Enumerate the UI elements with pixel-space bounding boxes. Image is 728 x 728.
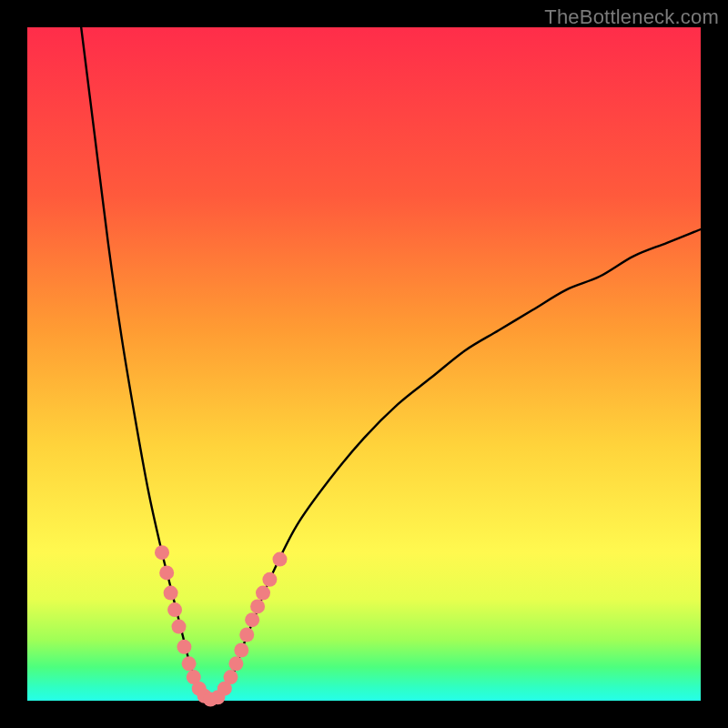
chart-svg — [27, 27, 701, 701]
data-marker — [256, 586, 270, 601]
data-marker — [159, 565, 174, 580]
data-marker — [164, 586, 178, 601]
data-marker — [273, 552, 288, 567]
outer-frame: TheBottleneck.com — [0, 0, 728, 728]
data-marker — [177, 640, 191, 654]
data-marker — [234, 643, 248, 658]
data-marker — [167, 602, 182, 617]
marker-group — [155, 545, 288, 706]
data-marker — [182, 656, 197, 671]
data-marker — [250, 599, 265, 613]
watermark-text: TheBottleneck.com — [544, 5, 719, 29]
data-marker — [245, 612, 259, 627]
plot-area — [27, 27, 701, 701]
data-marker — [228, 656, 243, 671]
data-marker — [172, 620, 187, 634]
data-marker — [239, 627, 254, 642]
data-marker — [223, 670, 238, 684]
bottleneck-curve — [81, 27, 701, 702]
data-marker — [262, 572, 277, 587]
data-marker — [155, 545, 169, 560]
